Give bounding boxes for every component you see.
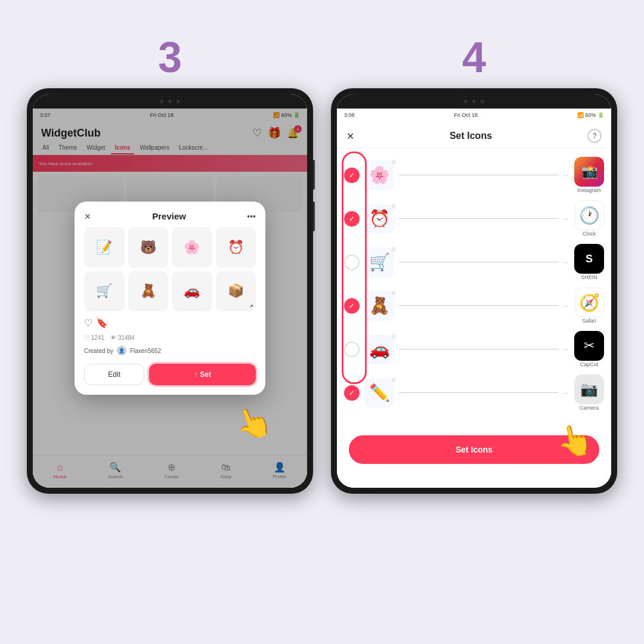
capcut-from: 🚗 ⊘ — [364, 335, 394, 364]
icon-row-camera[interactable]: ✓ ✏️ ⊘ → — [337, 371, 611, 414]
ipad-4-screen: 3:08 Fri Oct 18 📶 60% 🔋 ✕ Set Icons ? — [337, 94, 611, 488]
creator-name: Flaxen5652 — [130, 348, 161, 354]
modal-action-btns: ♡ 🔖 — [84, 317, 256, 329]
safari-from: 🧸 ⊘ — [364, 291, 394, 321]
camera-dot-4 — [464, 100, 467, 103]
no-symbol-5: ⊘ — [391, 333, 396, 339]
volume-button — [313, 202, 315, 231]
no-symbol-3: ⊘ — [391, 246, 396, 252]
capcut-to-icon: ✂ — [574, 331, 604, 361]
creator-avatar: 👤 — [117, 346, 126, 355]
clock-label: Clock — [583, 231, 596, 237]
instagram-from-icon: 🌸 ⊘ — [364, 160, 394, 190]
grid-icon-7: 🚗 — [172, 271, 212, 312]
instagram-from: 🌸 ⊘ — [364, 160, 394, 190]
camera-bar-4 — [337, 94, 611, 109]
check-shein[interactable] — [344, 255, 360, 270]
modal-bookmark-btn[interactable]: 🔖 — [96, 317, 108, 329]
clock-from: ⏰ ⊘ — [364, 204, 394, 234]
icon-row-capcut[interactable]: 🚗 ⊘ → ✂ CapCut — [337, 327, 611, 371]
mic-dot — [177, 100, 180, 103]
close-btn[interactable]: ✕ — [346, 131, 354, 142]
creator-label: Created by — [84, 348, 113, 354]
instagram-to: 📸 Instagram — [574, 157, 604, 193]
grid-icon-8: 📦 ↗ — [216, 271, 256, 312]
check-camera[interactable]: ✓ — [344, 385, 360, 401]
time-4: 3:08 — [344, 112, 355, 118]
capcut-label: CapCut — [580, 361, 599, 367]
step-4: 4 3:08 Fri Oct 18 📶 60% 🔋 — [331, 36, 617, 494]
status-bar-4: 3:08 Fri Oct 18 📶 60% 🔋 — [337, 109, 611, 122]
app4-title: Set Icons — [450, 131, 492, 141]
grid-icon-6: 🧸 — [128, 271, 169, 312]
icon-preview-grid: 📝 🐻 🌸 ⏰ 🛒 🧸 🚗 📦 ↗ — [84, 227, 256, 311]
ipad-4: 3:08 Fri Oct 18 📶 60% 🔋 ✕ Set Icons ? — [331, 88, 617, 494]
clock-from-icon: ⏰ ⊘ — [364, 204, 394, 234]
safari-to-icon: 🧭 — [574, 287, 604, 317]
ipad-3: 3:07 Fri Oct 18 📶 60% 🔋 WidgetClub ♡ 🎁 🔔 — [27, 88, 313, 494]
app4-content: 3:08 Fri Oct 18 📶 60% 🔋 ✕ Set Icons ? — [337, 109, 611, 488]
modal-more-btn[interactable]: ••• — [247, 212, 256, 221]
preview-modal: ✕ Preview ••• 📝 🐻 🌸 ⏰ 🛒 🧸 — [75, 202, 265, 395]
grid-icon-1: 📝 — [84, 227, 125, 268]
no-symbol-4: ⊘ — [391, 289, 396, 296]
help-btn[interactable]: ? — [587, 129, 602, 143]
icon-row-instagram[interactable]: ✓ 🌸 ⊘ → — [337, 153, 611, 197]
set-label: Set — [200, 370, 211, 379]
camera-from-icon: ✏️ ⊘ — [364, 378, 394, 408]
check-capcut[interactable] — [344, 342, 360, 357]
step-3-number: 3 — [158, 36, 182, 79]
power-button — [313, 160, 315, 190]
shein-to-icon: S — [574, 244, 604, 274]
app3-content: 3:07 Fri Oct 18 📶 60% 🔋 WidgetClub ♡ 🎁 🔔 — [33, 109, 307, 488]
camera-bar — [33, 94, 307, 109]
camera-label: Camera — [580, 405, 599, 411]
icon-list: ✓ 🌸 ⊘ → — [337, 148, 611, 419]
camera-to: 📷 Camera — [574, 374, 604, 411]
camera-from: ✏️ ⊘ — [364, 378, 394, 408]
edit-button[interactable]: Edit — [84, 364, 144, 385]
safari-to: 🧭 Safari — [574, 287, 604, 324]
icon-row-shein[interactable]: 🛒 ⊘ → S SHEIN — [337, 240, 611, 284]
app4-header: ✕ Set Icons ? — [337, 122, 611, 148]
arrow-line-3: → — [399, 258, 569, 267]
mic-dot-4 — [481, 100, 484, 103]
grid-icon-5: 🛒 — [84, 271, 125, 312]
arrow-line-5: → — [399, 345, 569, 354]
capcut-from-icon: 🚗 ⊘ — [364, 335, 394, 364]
modal-title: Preview — [152, 211, 186, 221]
grid-icon-4: ⏰ — [216, 227, 256, 268]
likes-count: ♡ 1241 — [84, 335, 104, 341]
check-instagram[interactable]: ✓ — [344, 168, 360, 183]
modal-header: ✕ Preview ••• — [84, 211, 256, 221]
modal-creator-row: Created by 👤 Flaxen5652 — [84, 346, 256, 355]
wifi-4: 📶 60% 🔋 — [577, 112, 604, 118]
arrow-line-2: → — [399, 214, 569, 224]
shein-to: S SHEIN — [574, 244, 604, 280]
icon-row-safari[interactable]: ✓ 🧸 ⊘ → — [337, 284, 611, 327]
icon-row-clock[interactable]: ✓ ⏰ ⊘ → — [337, 197, 611, 240]
arrow-line-1: → — [399, 171, 569, 180]
clock-to-icon: 🕐 — [574, 200, 604, 230]
check-clock[interactable]: ✓ — [344, 211, 360, 227]
arrow-line-6: → — [399, 388, 569, 398]
sensor-dot-4 — [472, 100, 476, 103]
views-count: 👁 31484 — [110, 335, 135, 341]
modal-close-btn[interactable]: ✕ — [84, 212, 91, 221]
capcut-to: ✂ CapCut — [574, 331, 604, 367]
arrow-line-4: → — [399, 301, 569, 311]
shein-from-icon: 🛒 ⊘ — [364, 247, 394, 277]
instagram-to-icon: 📸 — [574, 157, 604, 187]
sensor-dot — [168, 100, 172, 103]
safari-from-icon: 🧸 ⊘ — [364, 291, 394, 321]
hand-cursor-4: 👆 — [553, 420, 596, 461]
no-symbol-6: ⊘ — [391, 376, 396, 383]
page-container: 3 3:07 Fri Oct 18 📶 60% 🔋 — [0, 0, 644, 644]
camera-dot — [160, 100, 163, 103]
modal-heart-btn[interactable]: ♡ — [84, 317, 92, 329]
no-symbol: ⊘ — [391, 159, 396, 165]
check-safari[interactable]: ✓ — [344, 298, 360, 314]
instagram-label: Instagram — [577, 187, 601, 193]
set-icon: ↑ — [194, 370, 197, 379]
set-button[interactable]: ↑ Set — [149, 364, 256, 385]
